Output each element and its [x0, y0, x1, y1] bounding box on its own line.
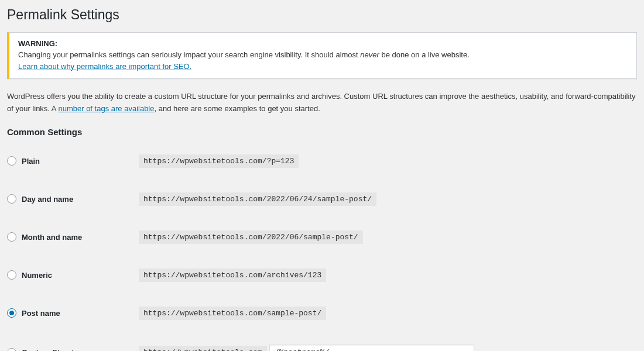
tags-available-link[interactable]: number of tags are available [58, 104, 154, 113]
option-month-name-row: Month and name https://wpwebsitetools.co… [7, 230, 637, 244]
custom-structure-input[interactable] [269, 345, 474, 351]
radio-plain[interactable] [7, 156, 16, 166]
warning-text-after: be done on a live website. [379, 50, 470, 59]
intro-after: , and here are some examples to get you … [154, 104, 320, 113]
example-day-name: https://wpwebsitetools.com/2022/06/24/sa… [139, 192, 376, 206]
warning-seo-link[interactable]: Learn about why permalinks are important… [18, 62, 191, 71]
warning-notice: WARNING: Changing your permalinks settin… [7, 32, 637, 79]
common-settings-heading: Common Settings [7, 127, 637, 137]
example-plain: https://wpwebsitetools.com/?p=123 [139, 154, 299, 168]
radio-numeric[interactable] [7, 270, 16, 280]
option-plain[interactable]: Plain [7, 156, 139, 166]
option-day-name[interactable]: Day and name [7, 194, 139, 204]
custom-structure-prefix: https://wpwebsitetools.com [139, 346, 267, 351]
page-title: Permalink Settings [7, 7, 637, 23]
example-numeric: https://wpwebsitetools.com/archives/123 [139, 269, 326, 282]
option-plain-row: Plain https://wpwebsitetools.com/?p=123 [7, 154, 637, 168]
option-custom[interactable]: Custom Structure [7, 348, 139, 351]
option-day-name-row: Day and name https://wpwebsitetools.com/… [7, 192, 637, 206]
radio-day-name[interactable] [7, 194, 16, 204]
radio-custom[interactable] [7, 348, 16, 351]
option-month-name-label: Month and name [22, 233, 82, 242]
warning-text-before: Changing your permalinks settings can se… [18, 50, 360, 59]
option-plain-label: Plain [22, 157, 40, 166]
option-month-name[interactable]: Month and name [7, 232, 139, 242]
example-month-name: https://wpwebsitetools.com/2022/06/sampl… [139, 230, 363, 244]
option-custom-label: Custom Structure [22, 348, 86, 351]
option-day-name-label: Day and name [22, 195, 73, 204]
option-numeric[interactable]: Numeric [7, 270, 139, 280]
warning-text-em: never [360, 50, 379, 59]
warning-body: Changing your permalinks settings can se… [18, 49, 628, 72]
radio-post-name[interactable] [7, 308, 16, 318]
radio-month-name[interactable] [7, 232, 16, 242]
option-post-name-row: Post name https://wpwebsitetools.com/sam… [7, 307, 637, 320]
option-custom-row: Custom Structure https://wpwebsitetools.… [7, 345, 637, 351]
warning-title: WARNING: [18, 39, 628, 48]
option-post-name[interactable]: Post name [7, 308, 139, 318]
intro-paragraph: WordPress offers you the ability to crea… [7, 91, 637, 115]
option-numeric-label: Numeric [22, 271, 52, 280]
option-numeric-row: Numeric https://wpwebsitetools.com/archi… [7, 269, 637, 282]
option-post-name-label: Post name [22, 309, 60, 318]
example-post-name: https://wpwebsitetools.com/sample-post/ [139, 307, 326, 320]
